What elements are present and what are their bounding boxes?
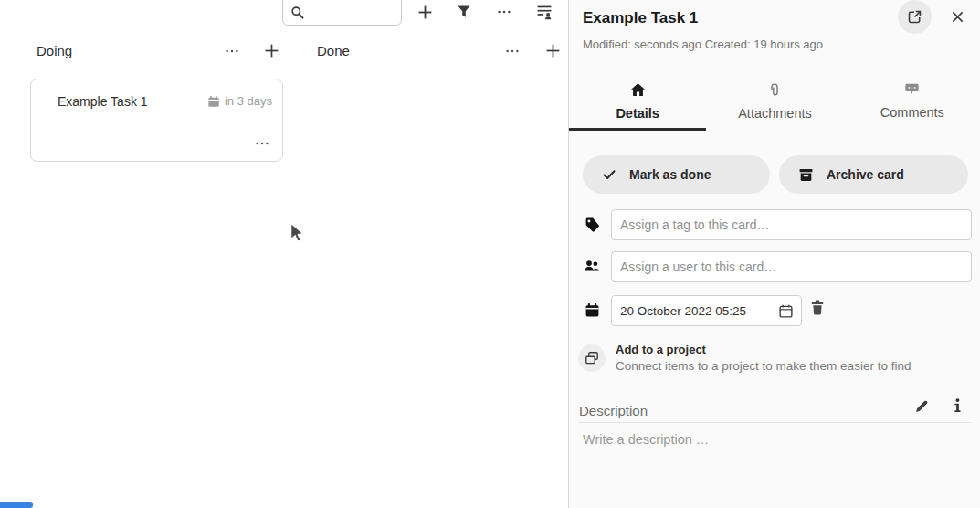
description-separator xyxy=(579,422,972,423)
column-title-doing: Doing xyxy=(37,43,72,58)
more-options-icon xyxy=(255,136,269,151)
board-menu-button[interactable] xyxy=(493,1,515,23)
board-panel: Doing Done Example Task xyxy=(0,0,568,508)
users-icon xyxy=(584,259,600,274)
card-title: Example Task 1 xyxy=(58,94,148,109)
search-input-wrap xyxy=(282,0,402,26)
close-icon xyxy=(951,10,964,24)
card-due-badge: in 3 days xyxy=(207,94,272,108)
card-due-text: in 3 days xyxy=(225,94,272,108)
detail-card-meta: Modified: seconds ago Created: 19 hours … xyxy=(583,37,823,51)
plus-icon xyxy=(545,43,561,58)
column-title-done: Done xyxy=(317,43,350,58)
project-icon-circle xyxy=(578,344,606,372)
activity-list-icon xyxy=(536,5,553,20)
paperclip-icon xyxy=(767,82,782,98)
tab-comments-label: Comments xyxy=(880,105,944,120)
archive-card-button[interactable]: Archive card xyxy=(779,155,968,194)
filter-funnel-icon xyxy=(457,5,471,19)
mark-as-done-label: Mark as done xyxy=(629,167,711,182)
plus-icon xyxy=(417,5,433,20)
tab-comments[interactable]: Comments xyxy=(844,77,980,131)
card-menu-button[interactable] xyxy=(251,132,273,154)
home-icon xyxy=(630,82,646,98)
tab-attachments-label: Attachments xyxy=(738,106,812,121)
description-label: Description xyxy=(579,403,648,418)
assign-user-input[interactable] xyxy=(611,251,972,282)
more-options-icon xyxy=(225,44,239,58)
calendar-icon xyxy=(207,95,220,108)
tag-icon xyxy=(585,217,600,232)
horizontal-scrollbar[interactable] xyxy=(0,502,33,508)
active-tab-indicator xyxy=(569,128,706,131)
detail-card-title: Example Task 1 xyxy=(583,9,698,27)
filter-button[interactable] xyxy=(453,1,475,23)
add-to-project-subtitle: Connect items to a project to make them … xyxy=(616,359,911,373)
detail-tabs: Details Attachments Comments xyxy=(569,77,980,131)
archive-icon xyxy=(798,167,814,183)
open-in-window-button[interactable] xyxy=(898,0,932,34)
trash-icon xyxy=(809,299,826,316)
mark-as-done-button[interactable]: Mark as done xyxy=(583,155,770,194)
due-date-field xyxy=(611,295,802,326)
plus-icon xyxy=(264,43,279,58)
tab-details-label: Details xyxy=(616,106,659,121)
assign-tag-input[interactable] xyxy=(611,209,972,240)
more-options-icon xyxy=(497,5,511,19)
due-date-input[interactable] xyxy=(612,304,778,318)
open-calendar-button[interactable] xyxy=(778,303,801,319)
windows-stack-icon xyxy=(585,351,599,365)
kanban-card[interactable]: Example Task 1 in 3 days xyxy=(30,79,283,162)
mouse-cursor xyxy=(290,222,306,244)
kanban-app: Doing Done Example Task xyxy=(0,0,980,508)
close-panel-button[interactable] xyxy=(948,7,966,26)
activity-list-button[interactable] xyxy=(533,1,555,23)
description-info-button[interactable] xyxy=(949,397,965,417)
search-icon xyxy=(290,5,305,20)
add-to-project-row[interactable]: Add to a project Connect items to a proj… xyxy=(569,338,980,378)
pencil-icon xyxy=(914,398,930,414)
more-options-icon xyxy=(505,44,520,58)
column-doing-menu-button[interactable] xyxy=(221,40,243,62)
remove-due-date-button[interactable] xyxy=(809,299,826,319)
external-link-icon xyxy=(907,9,922,25)
calendar-icon xyxy=(585,302,600,318)
card-detail-panel: Example Task 1 Modified: seconds ago Cre… xyxy=(568,0,980,508)
tab-attachments[interactable]: Attachments xyxy=(706,77,843,131)
tab-details[interactable]: Details xyxy=(569,77,706,131)
description-editor[interactable]: Write a description … xyxy=(583,432,966,496)
archive-card-label: Archive card xyxy=(827,167,904,182)
edit-description-button[interactable] xyxy=(914,398,930,417)
comment-icon xyxy=(904,82,920,97)
add-card-toolbar-button[interactable] xyxy=(414,1,436,23)
column-doing-add-button[interactable] xyxy=(260,39,282,61)
column-done-add-button[interactable] xyxy=(542,39,564,61)
calendar-outline-icon xyxy=(778,303,794,319)
search-input[interactable] xyxy=(309,2,396,22)
add-to-project-title: Add to a project xyxy=(616,343,706,356)
check-icon xyxy=(602,167,616,182)
info-icon xyxy=(949,397,965,414)
column-done-menu-button[interactable] xyxy=(501,40,523,62)
